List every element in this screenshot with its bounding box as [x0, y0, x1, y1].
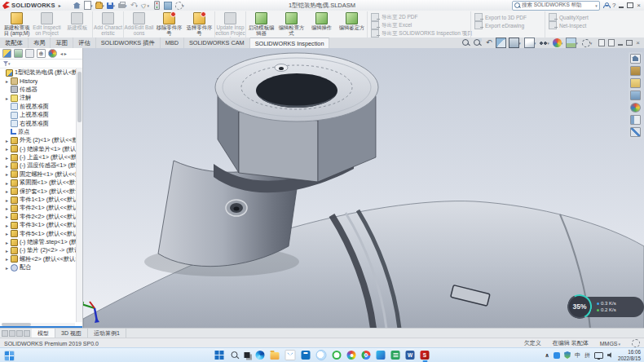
- user-account-icon[interactable]: [603, 2, 609, 8]
- filter-caret-icon[interactable]: ▾: [8, 61, 11, 66]
- help-search-box[interactable]: 搜索 SOLIDWORKS 帮助 ▾: [512, 1, 600, 11]
- file-explorer-icon[interactable]: [271, 352, 280, 360]
- save-button[interactable]: ▾: [107, 1, 116, 10]
- taskbar-clock[interactable]: 16:06 2022/8/15: [618, 349, 641, 361]
- tree-item[interactable]: ▸ 零件3<1> (默认<<默认>_显示状态: [0, 221, 77, 229]
- edit-operations-button[interactable]: 编辑操作: [307, 11, 337, 38]
- appearances-scenes-icon[interactable]: [630, 103, 641, 113]
- cpu-circle[interactable]: 35%: [564, 291, 595, 322]
- add-edit-balloons-button[interactable]: Add/Edit Balloons: [123, 11, 154, 38]
- view-palette-icon[interactable]: [630, 90, 641, 100]
- propertymanager-tab-icon[interactable]: [14, 49, 23, 58]
- cloud-app-icon[interactable]: [316, 350, 327, 360]
- tab-mbd[interactable]: MBD: [161, 38, 184, 48]
- export-inspection-project-item[interactable]: 导出至 SOLIDWORKS Inspection 项目: [371, 29, 467, 38]
- new-template-button[interactable]: 新建模板: [62, 11, 92, 38]
- start-button[interactable]: [215, 351, 224, 360]
- minimize-button[interactable]: [619, 7, 624, 8]
- tree-item[interactable]: ▸ 注解: [0, 94, 77, 102]
- qualityxpert-item[interactable]: QualityXpert: [549, 13, 602, 21]
- document-close-button[interactable]: ×: [636, 40, 640, 46]
- tree-vertical-scrollbar[interactable]: [76, 68, 82, 322]
- add-characteristic-button[interactable]: Add Characteristic: [92, 11, 123, 38]
- tray-chevron-icon[interactable]: ∧: [545, 352, 549, 359]
- solidworks-taskbar-icon[interactable]: S: [421, 351, 430, 360]
- model-nut-front-facet[interactable]: [239, 112, 318, 182]
- help-button[interactable]: ?: [612, 2, 615, 9]
- tree-item[interactable]: ▸ History: [0, 77, 77, 85]
- edit-qualification-button[interactable]: 编辑鉴定方: [337, 11, 367, 38]
- home-button[interactable]: [73, 1, 82, 10]
- headsup-tool[interactable]: ▾: [566, 38, 578, 48]
- open-button[interactable]: ▾: [95, 1, 104, 10]
- tree-item[interactable]: ▸ 零件2<1> (默认<<默认>_显示状态: [0, 204, 77, 212]
- export-edrawing-item[interactable]: Export eDrawing: [474, 21, 541, 29]
- headsup-tool[interactable]: [461, 38, 470, 47]
- spreadsheet-app-icon[interactable]: [391, 351, 400, 360]
- close-button[interactable]: ×: [637, 2, 641, 9]
- tree-item[interactable]: ▸ (-) 上盖<1> (默认<<默认>_显示状: [0, 153, 77, 161]
- tree-item[interactable]: ▸ (-) 绝缘垫片<1> (默认<<默认>_显: [0, 145, 77, 153]
- net-inspect-item[interactable]: Net-Inspect: [549, 21, 602, 29]
- tab-scroll-last-icon[interactable]: [24, 330, 30, 337]
- solidworks-resources-icon[interactable]: [630, 54, 641, 64]
- tab-scroll-arrows[interactable]: ◂ ▸: [60, 51, 67, 56]
- select-balloons-button[interactable]: 选择零件序号: [184, 11, 214, 38]
- tree-item[interactable]: 传感器: [0, 86, 77, 94]
- options-button[interactable]: ▾: [175, 1, 184, 10]
- export-3d-pdf-item[interactable]: Export to 3D PDF: [474, 13, 541, 21]
- tab-solidworks-cam[interactable]: SOLIDWORKS CAM: [184, 38, 250, 48]
- status-gear-icon[interactable]: [632, 339, 640, 347]
- ime-language-indicator[interactable]: 中: [575, 351, 580, 360]
- export-excel-item[interactable]: 导出至 Excel: [371, 21, 467, 29]
- headsup-tool[interactable]: ↶: [484, 38, 492, 47]
- status-units[interactable]: MMGS ▾: [600, 341, 620, 347]
- rebuild-button[interactable]: [152, 1, 161, 10]
- tab-solidworks-inspection[interactable]: SOLIDWORKS Inspection: [250, 38, 330, 48]
- forum-icon[interactable]: [630, 127, 641, 137]
- restore-button[interactable]: [627, 2, 633, 8]
- tree-item[interactable]: ▸ (-) 温度传感器<1> (默认<<默认>_: [0, 161, 77, 170]
- tree-item[interactable]: ▸ 保护套<1> (默认<<默认>_显示状态: [0, 187, 77, 195]
- dimxpertmanager-tab-icon[interactable]: ⊕: [37, 49, 46, 58]
- tab-solidworks-addins[interactable]: SOLIDWORKS 插件: [96, 38, 161, 48]
- headsup-tool[interactable]: ▾: [524, 38, 536, 48]
- network-monitor-icon[interactable]: [594, 352, 603, 359]
- headsup-tool[interactable]: [496, 38, 505, 48]
- tree-item[interactable]: ▸ 固定螺栓<1> (默认<<默认>_显示: [0, 170, 77, 179]
- remove-balloons-button[interactable]: 移除零件序号: [154, 11, 184, 38]
- menu-expand-arrow-icon[interactable]: ▸: [59, 2, 61, 8]
- document-restore-button[interactable]: [626, 40, 633, 46]
- export-2d-pdf-item[interactable]: 导出至 2D PDF: [371, 13, 467, 21]
- new-document-button[interactable]: ▾: [84, 1, 93, 10]
- configurationmanager-tab-icon[interactable]: [25, 49, 34, 58]
- dictionary-app-icon[interactable]: [377, 351, 386, 360]
- headsup-tool[interactable]: ▾: [553, 38, 563, 47]
- headsup-tool[interactable]: ▾: [581, 38, 593, 48]
- tab-assembly[interactable]: 装配体: [0, 38, 29, 48]
- ime-mode-indicator[interactable]: 拼: [584, 351, 590, 360]
- document-tile-icon[interactable]: [608, 39, 615, 46]
- featuremanager-tab-icon[interactable]: [2, 49, 11, 58]
- print-button[interactable]: ▾: [118, 1, 127, 10]
- tab-evaluate[interactable]: 评估: [73, 38, 96, 48]
- tree-item[interactable]: 右视基准面: [0, 119, 77, 127]
- word-app-icon[interactable]: W: [406, 351, 415, 360]
- chrome-icon[interactable]: [362, 351, 371, 360]
- headsup-tool[interactable]: [473, 38, 481, 47]
- design-library-icon[interactable]: [630, 66, 641, 76]
- taskbar-search-icon[interactable]: [230, 351, 239, 360]
- launch-template-editor-button[interactable]: 启动模板编辑器: [245, 11, 276, 38]
- tab-scroll-next-icon[interactable]: [16, 330, 23, 337]
- performance-bubble[interactable]: 0.3 K/s 0.2 K/s 35%: [567, 294, 629, 320]
- tab-layout[interactable]: 布局: [29, 38, 51, 48]
- microsoft-store-icon[interactable]: [302, 351, 311, 360]
- green-browser-icon[interactable]: [333, 351, 342, 360]
- update-inspection-project-button[interactable]: Update Inspection Project: [214, 11, 245, 38]
- document-cascade-icon[interactable]: [598, 39, 605, 46]
- undo-button[interactable]: ↶▾: [130, 1, 139, 10]
- headsup-tool[interactable]: ▾: [539, 38, 549, 47]
- file-properties-button[interactable]: [164, 1, 173, 10]
- tree-item[interactable]: ▸ (-) 绝缘管.step<1> (默认<<默认>: [0, 238, 77, 246]
- edit-inspection-project-button[interactable]: Edit Inspection Project: [32, 11, 62, 38]
